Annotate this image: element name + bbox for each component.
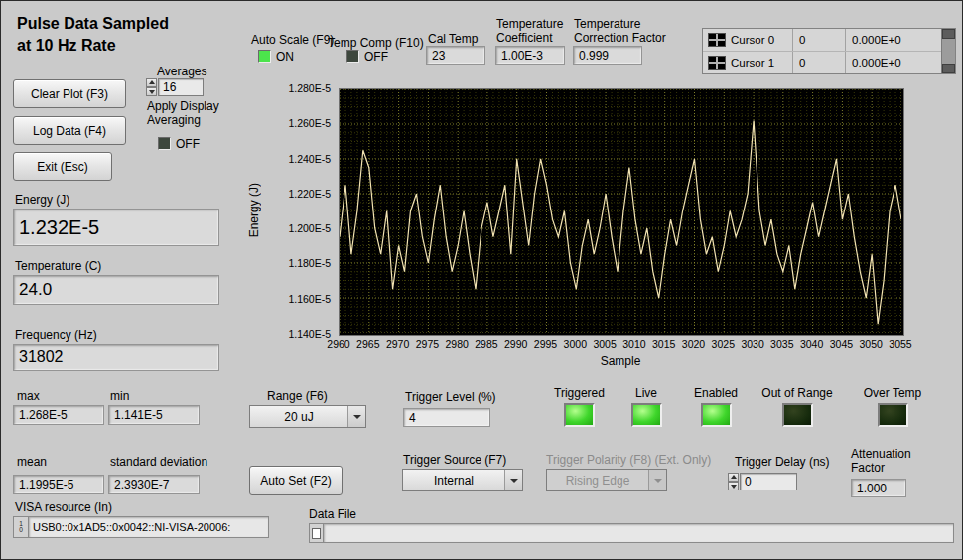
trigger-level-label: Trigger Level (%)	[405, 390, 496, 404]
out-of-range-led	[782, 403, 813, 427]
visa-resource-control[interactable]: USB0::0x1AD5::0x0042::NI-VISA-20006:	[13, 516, 269, 538]
page-title: Pulse Data Sampled at 10 Hz Rate	[17, 13, 169, 56]
chevron-down-icon[interactable]	[347, 406, 365, 427]
averages-label: Averages	[157, 65, 206, 78]
x-tick-label: 2960	[327, 338, 349, 350]
cursor-name: Cursor 0	[731, 34, 792, 46]
y-tick-label: 1.280E-5	[288, 82, 331, 94]
trigger-level-input[interactable]: 4	[403, 408, 490, 427]
cursor-row: Cursor 0 0 0.000E+0	[703, 29, 941, 52]
min-label: min	[110, 389, 129, 403]
chart-x-axis-label: Sample	[339, 354, 902, 368]
cursor-name: Cursor 1	[731, 57, 792, 69]
trigger-source-dropdown[interactable]: Internal	[402, 469, 523, 491]
y-tick-label: 1.200E-5	[288, 222, 331, 234]
temp-comp-label: Temp Comp (F10)	[328, 36, 424, 50]
over-temp-led-label: Over Temp	[853, 386, 932, 400]
x-tick-label: 3000	[564, 338, 587, 350]
trigger-source-value: Internal	[403, 470, 504, 490]
log-data-button[interactable]: Log Data (F4)	[13, 116, 126, 145]
live-led	[631, 403, 662, 427]
cursor-y-value: 0.000E+0	[845, 52, 941, 73]
trigger-polarity-label: Trigger Polarity (F8) (Ext. Only)	[546, 453, 711, 467]
energy-readout: 1.232E-5	[13, 209, 219, 246]
min-readout: 1.141E-5	[108, 405, 200, 425]
data-file-control[interactable]	[309, 523, 954, 543]
trigger-polarity-dropdown: Rising Edge	[546, 469, 667, 491]
max-readout: 1.268E-5	[13, 405, 104, 425]
scroll-down-icon[interactable]	[942, 64, 955, 73]
trigger-source-label: Trigger Source (F7)	[403, 453, 506, 467]
y-tick-label: 1.180E-5	[288, 257, 331, 269]
attenuation-factor-label: Attenuation Factor	[851, 448, 924, 476]
pulse-energy-chart	[340, 89, 901, 333]
chart-x-axis-ticks: 2960296529702975298029852990299530003005…	[339, 338, 902, 351]
temp-coefficient-label: Temperature Coefficient	[496, 18, 572, 46]
temp-comp-toggle[interactable]	[346, 50, 359, 63]
attenuation-factor-input[interactable]: 1.000	[851, 479, 906, 497]
chart-y-axis-ticks: 1.280E-51.260E-51.240E-51.220E-51.200E-5…	[265, 88, 335, 334]
cursor-y-value: 0.000E+0	[845, 29, 941, 51]
triggered-led-label: Triggered	[542, 386, 617, 400]
visa-resource-label: VISA resource (In)	[15, 500, 112, 514]
range-dropdown[interactable]: 20 uJ	[249, 405, 366, 428]
triggered-led	[564, 403, 595, 427]
x-tick-label: 2985	[475, 338, 497, 350]
cursor-crosshair-icon[interactable]	[708, 56, 726, 70]
clear-plot-button[interactable]: Clear Plot (F3)	[13, 79, 126, 108]
x-tick-label: 2995	[534, 338, 557, 350]
trigger-delay-input[interactable]: 0	[740, 473, 797, 490]
chart-plot-area	[339, 88, 904, 336]
range-value: 20 uJ	[250, 406, 347, 427]
mean-readout: 1.1995E-5	[13, 475, 104, 494]
max-label: max	[17, 389, 40, 403]
apply-display-averaging-toggle[interactable]	[158, 137, 171, 150]
temp-correction-label: Temperature Correction Factor	[574, 18, 669, 46]
averages-input[interactable]: 16	[158, 78, 204, 96]
temperature-label: Temperature (C)	[15, 259, 101, 273]
increment-icon[interactable]	[146, 78, 157, 87]
auto-scale-state: ON	[276, 50, 294, 64]
out-of-range-led-label: Out of Range	[757, 386, 837, 400]
y-tick-label: 1.160E-5	[288, 293, 331, 305]
cursor-x-value: 0	[792, 29, 845, 51]
enabled-led	[701, 403, 732, 427]
cursor-row: Cursor 1 0 0.000E+0	[703, 52, 941, 73]
auto-set-button[interactable]: Auto Set (F2)	[249, 466, 343, 495]
enabled-led-label: Enabled	[681, 386, 751, 400]
visa-io-icon	[13, 516, 28, 538]
x-tick-label: 3055	[889, 338, 911, 350]
x-tick-label: 3010	[622, 338, 645, 350]
decrement-icon[interactable]	[728, 482, 739, 490]
x-tick-label: 3040	[800, 338, 823, 350]
cursor-crosshair-icon[interactable]	[708, 33, 726, 47]
cal-temp-label: Cal Temp	[428, 32, 478, 46]
y-tick-label: 1.140E-5	[288, 328, 331, 340]
cal-temp-input[interactable]: 23	[426, 46, 485, 65]
decrement-icon[interactable]	[146, 87, 157, 96]
scroll-up-icon[interactable]	[942, 29, 955, 39]
range-label: Range (F6)	[267, 389, 328, 403]
chart-y-axis-label: Energy (J)	[247, 183, 261, 237]
file-icon	[309, 523, 323, 543]
x-tick-label: 2980	[446, 338, 469, 350]
increment-icon[interactable]	[728, 473, 739, 482]
data-file-value[interactable]	[323, 523, 954, 543]
chevron-down-icon[interactable]	[504, 470, 522, 490]
chevron-down-icon	[648, 470, 666, 490]
cursor-legend-scrollbar[interactable]	[941, 29, 955, 73]
exit-button[interactable]: Exit (Esc)	[13, 152, 112, 181]
auto-scale-label: Auto Scale (F9)	[251, 33, 334, 47]
temp-correction-input[interactable]: 0.999	[573, 46, 642, 65]
trigger-polarity-value: Rising Edge	[547, 470, 648, 490]
cursor-legend: Cursor 0 0 0.000E+0 Cursor 1 0 0.000E+0	[702, 28, 956, 74]
y-tick-label: 1.260E-5	[288, 117, 331, 129]
visa-resource-value[interactable]: USB0::0x1AD5::0x0042::NI-VISA-20006:	[28, 516, 269, 538]
y-tick-label: 1.220E-5	[288, 188, 331, 200]
cursor-x-value: 0	[792, 52, 845, 73]
temperature-readout: 24.0	[13, 275, 219, 305]
auto-scale-toggle[interactable]	[258, 50, 271, 63]
apply-display-averaging-state: OFF	[176, 137, 200, 151]
temp-coefficient-input[interactable]: 1.00E-3	[495, 46, 565, 65]
y-tick-label: 1.240E-5	[288, 153, 331, 165]
